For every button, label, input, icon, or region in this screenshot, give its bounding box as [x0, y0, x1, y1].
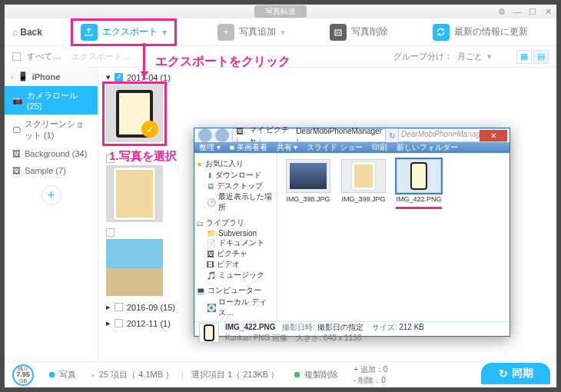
tree-libraries[interactable]: 🗂ライブラリ — [196, 218, 275, 228]
tree-item[interactable]: 📄ドキュメント — [196, 238, 275, 248]
refresh-icon — [433, 24, 450, 41]
delete-photo-button[interactable]: 写真削除 — [330, 24, 388, 41]
select-all-label: すべて… — [27, 51, 61, 62]
group-checkbox[interactable] — [115, 319, 123, 327]
tree-item[interactable]: 🖥デスクトップ — [196, 181, 275, 191]
nav-fwd-button[interactable] — [215, 128, 229, 142]
disk-gauge: 残り 7.95 GB — [12, 364, 34, 386]
thumb-checkbox[interactable] — [106, 228, 115, 237]
drive-icon: 💽 — [207, 304, 216, 312]
menu-print[interactable]: 印刷 — [372, 142, 387, 153]
file-thumbnail[interactable]: IMG_422.PNG — [394, 159, 443, 209]
collapse-icon[interactable]: ▾ — [106, 72, 111, 82]
detail-dim: 640 x 1136 — [324, 334, 362, 342]
explorer-menu: 整理 ▾ ■ 美画看看 共有 ▾ スライド ショー 印刷 新しいフォルダー — [194, 142, 510, 153]
highlight-underline — [396, 207, 442, 209]
detail-date: 撮影日の指定 — [317, 323, 363, 331]
export-button[interactable]: エクスポート ▾ — [75, 22, 173, 42]
sidebar-item-screenshots[interactable]: 🖵 スクリーンショット (1) — [5, 115, 98, 145]
menu-preview[interactable]: ■ 美画看看 — [230, 142, 267, 153]
sidebar-item-label: カメラロール (25) — [27, 90, 91, 111]
breadcrumb[interactable]: 🖼 マイ ピクチャ DearMobiPhoneManager — [232, 128, 386, 142]
tree-item[interactable]: ⬇ダウンロード — [196, 170, 275, 181]
explorer-details: IMG_422.PNG 撮影日時: 撮影日の指定 サイズ: 212 KB Kan… — [194, 321, 510, 344]
photo-thumbnail[interactable] — [106, 228, 163, 296]
menu-share[interactable]: 共有 ▾ — [277, 142, 298, 153]
nav-back-button[interactable] — [198, 128, 212, 142]
back-button[interactable]: ⌂ Back — [12, 27, 42, 38]
tree-computer[interactable]: 💻コンピューター — [196, 285, 275, 296]
export-hint: エクスポート… — [71, 51, 131, 62]
detail-thumb — [199, 323, 219, 343]
sync-button[interactable]: ↻ 同期 — [481, 363, 550, 384]
sidebar-item-camera-roll[interactable]: 📷 カメラロール (25) — [5, 86, 98, 115]
document-icon: 📄 — [207, 239, 216, 247]
sync-label: 同期 — [512, 367, 533, 380]
refresh-icon[interactable]: ↻ — [389, 131, 395, 140]
add-photo-button[interactable]: ＋ 写真追加 ▾ — [217, 24, 285, 41]
gear-icon[interactable]: ⚙ — [496, 6, 507, 17]
group-checkbox[interactable]: ✓ — [115, 73, 123, 81]
minimize-icon[interactable]: — — [512, 6, 523, 17]
refresh-button[interactable]: 最新の情報に更新 — [433, 24, 528, 41]
maximize-icon[interactable]: ☐ — [527, 6, 538, 17]
view-grid-button[interactable]: ▦ — [516, 50, 532, 64]
add-album-button[interactable]: + — [41, 185, 61, 205]
photo-thumbnail[interactable] — [106, 154, 163, 222]
detail-name: IMG_422.PNG — [225, 323, 276, 331]
tree-item[interactable]: 🎵ミュージック — [196, 270, 275, 281]
stat-changes: + 追加：0 - 削除：0 — [354, 364, 387, 386]
view-large-button[interactable]: ▤ — [533, 50, 549, 64]
tree-item[interactable]: 💽ローカル ディス… — [196, 297, 275, 318]
chevron-left-icon: ‹ — [11, 72, 14, 81]
folder-icon: 🖼 — [236, 127, 247, 144]
tree-item[interactable]: 🕑最近表示した場所 — [196, 191, 275, 213]
annotation-click-export: エクスポートをクリック — [155, 54, 290, 70]
photo-thumbnail[interactable]: ✓ — [106, 85, 163, 142]
add-label: 写真追加 — [239, 25, 276, 38]
dlg-maximize-icon[interactable]: ☐ — [461, 130, 480, 141]
chevron-down-icon: ▾ — [162, 27, 167, 38]
sidebar-item-background[interactable]: 🖼 Background (34) — [5, 145, 98, 162]
breadcrumb-item[interactable]: DearMobiPhoneManager — [296, 127, 382, 144]
expand-icon[interactable]: ▸ — [106, 302, 111, 312]
dlg-close-icon[interactable]: ✕ — [480, 130, 507, 141]
group-checkbox[interactable] — [115, 303, 123, 311]
menu-slideshow[interactable]: スライド ショー — [307, 142, 363, 153]
tree-item[interactable]: 🖼ピクチャ — [196, 248, 275, 259]
annotation-arrow — [143, 43, 145, 80]
tree-item[interactable]: 📁Subversion — [196, 229, 275, 238]
refresh-label: 最新の情報に更新 — [454, 25, 528, 38]
menu-organize[interactable]: 整理 ▾ — [199, 142, 221, 153]
sidebar-item-label: Sample (7) — [25, 166, 66, 175]
chevron-down-icon: ▾ — [280, 27, 285, 38]
camera-icon: 📷 — [12, 95, 23, 105]
tree-favorites[interactable]: ★お気に入り — [196, 158, 275, 169]
screenshot-icon: 🖵 — [12, 125, 21, 135]
sidebar-item-label: スクリーンショット (1) — [25, 118, 91, 141]
svg-rect-0 — [335, 30, 341, 35]
file-explorer-dialog: — ☐ ✕ 🖼 マイ ピクチャ DearMobiPhoneManager ↻ D… — [194, 128, 510, 337]
menu-newfolder[interactable]: 新しいフォルダー — [397, 142, 458, 153]
dlg-minimize-icon[interactable]: — — [443, 130, 461, 141]
stat-counts: • 25 項目（ 4.1MB ） | 選択項目 1（ 213KB ） — [91, 369, 279, 380]
device-header[interactable]: ‹ 📱 iPhone — [5, 68, 98, 86]
file-name: IMG_399.JPG — [341, 195, 385, 203]
tree-item[interactable]: 🎞ビデオ — [196, 259, 275, 270]
select-all-checkbox[interactable] — [12, 52, 21, 61]
group-title: 2016-09 (15) — [127, 303, 175, 312]
sync-icon: ↻ — [499, 367, 508, 380]
desktop-icon: 🖥 — [207, 182, 214, 191]
sidebar-item-sample[interactable]: 🖼 Sample (7) — [5, 162, 98, 179]
close-icon[interactable]: ✕ — [543, 6, 553, 17]
file-thumbnail[interactable]: IMG_398.JPG — [284, 159, 333, 203]
delete-icon — [330, 24, 347, 41]
group-select[interactable]: 月ごと — [457, 51, 483, 62]
image-icon: 🖼 — [12, 166, 21, 175]
music-icon: 🎵 — [207, 271, 216, 280]
file-thumbnail[interactable]: IMG_399.JPG — [339, 159, 388, 203]
library-icon: 🗂 — [196, 219, 204, 228]
add-icon: ＋ — [217, 24, 234, 41]
expand-icon[interactable]: ▸ — [106, 318, 111, 328]
folder-icon: 📁 — [207, 229, 216, 238]
